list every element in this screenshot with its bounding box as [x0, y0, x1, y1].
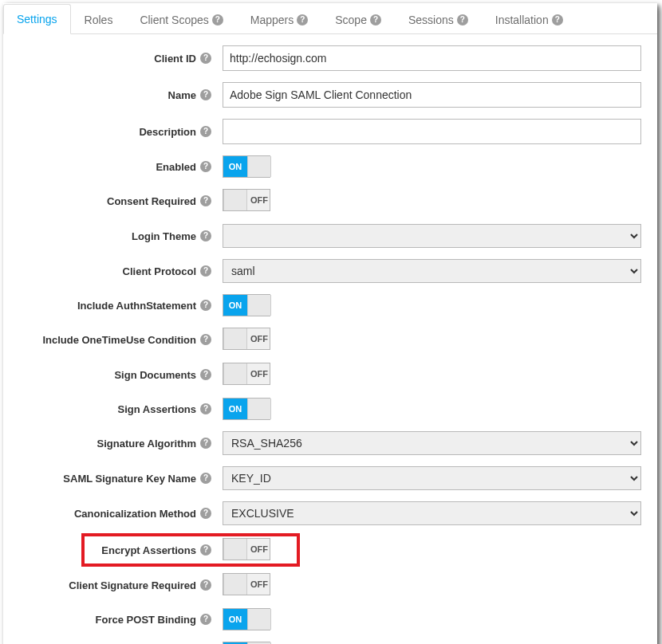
help-icon[interactable]: ? [200, 614, 211, 625]
toggle-on-label: ON [223, 295, 247, 316]
client-id-input[interactable] [223, 45, 641, 71]
signature-algorithm-select[interactable]: RSA_SHA256 [223, 431, 641, 455]
client-settings-panel: Settings Roles Client Scopes ? Mappers ?… [3, 3, 657, 644]
label-canonicalization-method: Canonicalization Method ? [11, 508, 223, 520]
label-text: Client Protocol [123, 265, 196, 277]
label-text: Include AuthnStatement [77, 300, 196, 312]
row-signature-algorithm: Signature Algorithm ? RSA_SHA256 [11, 431, 649, 455]
help-icon[interactable]: ? [200, 579, 211, 591]
encrypt-assertions-toggle[interactable]: OFF [223, 538, 270, 560]
client-protocol-select[interactable]: saml [223, 259, 641, 283]
row-canonicalization-method: Canonicalization Method ? EXCLUSIVE [11, 501, 649, 525]
help-icon[interactable]: ? [552, 14, 563, 26]
canonicalization-method-select[interactable]: EXCLUSIVE [223, 501, 641, 525]
label-encrypt-assertions: Encrypt Assertions ? [83, 544, 223, 556]
consent-required-toggle[interactable]: OFF [223, 189, 270, 211]
help-icon[interactable]: ? [200, 403, 211, 414]
help-icon[interactable]: ? [200, 369, 211, 380]
help-icon[interactable]: ? [457, 14, 468, 26]
tab-label: Roles [85, 14, 113, 26]
force-post-binding-toggle[interactable]: ON [223, 608, 270, 630]
label-text: Enabled [156, 161, 196, 173]
sign-assertions-toggle[interactable]: ON [223, 398, 270, 420]
label-text: Login Theme [132, 230, 196, 242]
tab-installation[interactable]: Installation ? [482, 4, 577, 34]
settings-form: Client ID ? Name ? Description ? [3, 34, 657, 644]
help-icon[interactable]: ? [200, 161, 211, 172]
row-include-authnstatement: Include AuthnStatement ? ON [11, 294, 649, 316]
toggle-knob [223, 190, 247, 210]
row-client-id: Client ID ? [11, 45, 649, 71]
help-icon[interactable]: ? [200, 300, 211, 311]
row-sign-assertions: Sign Assertions ? ON [11, 398, 649, 420]
help-icon[interactable]: ? [200, 438, 211, 449]
help-icon[interactable]: ? [200, 195, 211, 206]
tab-sessions[interactable]: Sessions ? [395, 4, 482, 34]
tab-label: Installation [495, 14, 549, 26]
label-text: SAML Signature Key Name [63, 473, 196, 485]
help-icon[interactable]: ? [200, 508, 211, 519]
tab-settings[interactable]: Settings [3, 4, 71, 34]
toggle-off-label: OFF [247, 574, 271, 595]
tab-label: Mappers [250, 14, 294, 26]
tab-label: Scope [335, 14, 367, 26]
label-client-id: Client ID ? [11, 53, 223, 65]
help-icon[interactable]: ? [200, 89, 211, 100]
sign-documents-toggle[interactable]: OFF [223, 363, 270, 385]
login-theme-select[interactable] [223, 224, 641, 248]
label-sign-assertions: Sign Assertions ? [11, 403, 223, 415]
client-signature-required-toggle[interactable]: OFF [223, 573, 270, 595]
label-text: Name [168, 89, 196, 101]
enabled-toggle[interactable]: ON [223, 155, 270, 178]
toggle-knob [223, 574, 247, 595]
help-icon[interactable]: ? [200, 53, 211, 64]
tab-scope[interactable]: Scope ? [321, 4, 395, 34]
help-icon[interactable]: ? [370, 14, 381, 26]
help-icon[interactable]: ? [200, 334, 211, 345]
label-text: Include OneTimeUse Condition [42, 334, 196, 346]
tab-label: Settings [17, 13, 57, 26]
label-description: Description ? [11, 126, 223, 138]
toggle-knob [247, 156, 271, 177]
description-input[interactable] [223, 119, 641, 144]
tab-label: Sessions [408, 14, 454, 26]
label-text: Canonicalization Method [74, 508, 196, 520]
help-icon[interactable]: ? [212, 14, 223, 26]
help-icon[interactable]: ? [297, 14, 308, 26]
onetimeuse-toggle[interactable]: OFF [223, 328, 270, 350]
toggle-knob [223, 363, 247, 384]
row-client-signature-required: Client Signature Required ? OFF [11, 573, 649, 597]
row-client-protocol: Client Protocol ? saml [11, 259, 649, 283]
label-client-signature-required: Client Signature Required ? [11, 579, 223, 591]
row-force-post-binding: Force POST Binding ? ON [11, 608, 649, 630]
help-icon[interactable]: ? [200, 126, 211, 137]
toggle-on-label: ON [223, 156, 247, 177]
label-saml-signature-key-name: SAML Signature Key Name ? [11, 473, 223, 485]
label-text: Client ID [154, 53, 196, 65]
tab-roles[interactable]: Roles [71, 4, 127, 34]
row-login-theme: Login Theme ? [11, 224, 649, 248]
label-text: Consent Required [107, 195, 196, 207]
label-enabled: Enabled ? [11, 161, 223, 173]
tab-mappers[interactable]: Mappers ? [237, 4, 321, 34]
help-icon[interactable]: ? [200, 544, 211, 556]
toggle-knob [247, 399, 271, 419]
label-onetimeuse: Include OneTimeUse Condition ? [11, 334, 223, 346]
help-icon[interactable]: ? [200, 265, 211, 277]
label-name: Name ? [11, 89, 223, 101]
name-input[interactable] [223, 82, 641, 108]
label-force-post-binding: Force POST Binding ? [11, 614, 223, 626]
help-icon[interactable]: ? [200, 473, 211, 484]
label-text: Client Signature Required [69, 579, 196, 591]
tab-client-scopes[interactable]: Client Scopes ? [126, 4, 236, 34]
label-text: Sign Documents [114, 369, 196, 381]
label-client-protocol: Client Protocol ? [11, 265, 223, 277]
help-icon[interactable]: ? [200, 230, 211, 242]
row-description: Description ? [11, 119, 649, 144]
tabs-bar: Settings Roles Client Scopes ? Mappers ?… [3, 3, 657, 34]
include-authnstatement-toggle[interactable]: ON [223, 294, 270, 316]
label-text: Force POST Binding [96, 614, 196, 626]
label-text: Encrypt Assertions [101, 544, 196, 556]
toggle-off-label: OFF [247, 539, 271, 560]
saml-signature-key-name-select[interactable]: KEY_ID [223, 466, 641, 490]
